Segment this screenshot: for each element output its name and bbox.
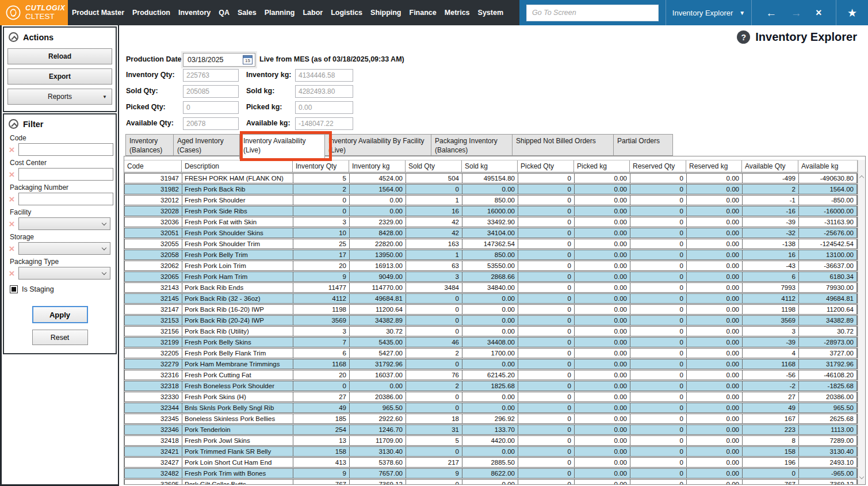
table-row[interactable]: 32145Pork Back Rib (32 - 36oz)411249684.… <box>124 293 858 304</box>
scroll-down-icon[interactable] <box>859 474 864 479</box>
table-row[interactable]: 32012Fresh Pork Shoulder00.001850.0000.0… <box>124 195 858 205</box>
col-header-inventory-qty[interactable]: Inventory Qty <box>293 160 349 172</box>
nav-forward-icon[interactable]: → <box>791 7 802 18</box>
table-row[interactable]: 32279Pork Ham Membrane Trimmings11683179… <box>124 359 858 369</box>
table-row[interactable]: 32316Fresh Pork Cutting Fat2016037.00766… <box>124 370 858 380</box>
tab-shipped-not-billed-orders[interactable]: Shipped Not Billed Orders <box>512 134 614 156</box>
menu-item-planning[interactable]: Planning <box>261 9 299 17</box>
menu-item-sales[interactable]: Sales <box>234 9 261 17</box>
help-icon[interactable]: ? <box>737 30 750 44</box>
clear-packaging-type-icon[interactable]: × <box>7 269 17 278</box>
is-staging-checkbox[interactable] <box>10 285 18 293</box>
storage-select[interactable] <box>18 242 110 255</box>
collapse-chevron-icon[interactable] <box>9 119 18 129</box>
table-row[interactable]: 31947FRESH PORK HAM (FLANK ON)54524.0050… <box>124 173 858 183</box>
table-row[interactable]: 32418Fresh Pork Jowl Skins1311709.005442… <box>124 435 858 446</box>
table-row[interactable]: 32482Fresh Pork Trim with Bones97657.009… <box>124 468 858 479</box>
tab-inventory-balances[interactable]: Inventory (Balances) <box>125 134 174 156</box>
table-row[interactable]: 32421Pork Trimmed Flank SR Belly1583130.… <box>124 446 858 457</box>
clear-code-icon[interactable]: × <box>7 145 17 155</box>
menu-item-logistics[interactable]: Logistics <box>327 9 366 17</box>
clear-cost-center-icon[interactable]: × <box>7 170 17 179</box>
tab-bar: Inventory (Balances)Aged Inventory (Case… <box>125 134 673 159</box>
reload-button[interactable]: Reload <box>7 48 112 64</box>
reset-button[interactable]: Reset <box>32 330 88 345</box>
clear-packaging-number-icon[interactable]: × <box>7 194 17 204</box>
table-row[interactable]: 32156Pork Back Rib (Utility)330.7200.000… <box>124 326 858 336</box>
packaging-type-select[interactable] <box>18 267 110 280</box>
calendar-icon[interactable]: 15 <box>243 55 253 64</box>
col-header-sold-kg[interactable]: Sold kg <box>462 160 518 172</box>
clear-facility-icon[interactable]: × <box>7 219 17 229</box>
packaging-number-input[interactable] <box>18 193 113 205</box>
menu-item-qa[interactable]: QA <box>215 9 234 17</box>
table-row[interactable]: 32344Bnls Sknls Pork Belly Sngl Rib49965… <box>124 403 858 413</box>
export-button[interactable]: Export <box>7 68 112 85</box>
table-row[interactable]: 32345Boneless Skinless Pork Bellies18529… <box>124 414 858 424</box>
table-row[interactable]: 32055Fresh Pork Shoulder Trim2522820.001… <box>124 239 858 249</box>
tab-inventory-availability-by-facility-live[interactable]: Inventory Availability By Facility (Live… <box>324 134 431 156</box>
table-row[interactable]: 32318Fresh Boneless Pork Shoulder00.0021… <box>124 381 858 391</box>
tab-partial-orders[interactable]: Partial Orders <box>613 134 673 156</box>
col-header-picked-kg[interactable]: Picked kg <box>574 160 630 172</box>
screen-selector-dropdown[interactable]: Inventory Explorer ▼ <box>666 0 751 25</box>
actions-panel-header[interactable]: Actions <box>4 28 116 44</box>
menu-item-inventory[interactable]: Inventory <box>174 9 215 17</box>
tab-packaging-inventory-balances[interactable]: Packaging Inventory (Balances) <box>431 134 513 156</box>
col-header-reserved-kg[interactable]: Reserved kg <box>686 160 742 172</box>
col-header-inventory-kg[interactable]: Inventory kg <box>349 160 406 172</box>
favorite-icon[interactable]: ★ <box>836 0 868 25</box>
apply-button[interactable]: Apply <box>32 306 88 323</box>
menu-item-production[interactable]: Production <box>128 9 174 17</box>
is-staging-label: Is Staging <box>22 285 54 293</box>
table-row[interactable]: 32205Fresh Pork Belly Flank Trim65427.00… <box>124 348 858 358</box>
menu-item-product-master[interactable]: Product Master <box>68 9 128 17</box>
col-header-available-qty[interactable]: Available Qty <box>742 160 798 172</box>
tab-aged-inventory-cases[interactable]: Aged Inventory (Cases) <box>173 134 240 156</box>
table-row[interactable]: 32036Fresh Pork Fat with Skin32329.00423… <box>124 217 858 227</box>
table-row[interactable]: 31982Fresh Pork Back Rib21564.0000.0000.… <box>124 184 858 194</box>
col-header-reserved-qty[interactable]: Reserved Qty <box>630 160 686 172</box>
table-row[interactable]: 32199Fresh Pork Belly Skins75435.0046344… <box>124 337 858 347</box>
goto-screen-input[interactable] <box>526 5 659 21</box>
table-row[interactable]: 32147Pork Back Rib (16-20) IWP119811200.… <box>124 304 858 315</box>
col-header-picked-qty[interactable]: Picked Qty <box>518 160 574 172</box>
available-qty-label: Available Qty: <box>126 119 174 127</box>
table-row[interactable]: 32143Pork Back Rib Ends11477114770.00348… <box>124 282 858 293</box>
scroll-up-icon[interactable] <box>859 175 864 180</box>
menu-item-finance[interactable]: Finance <box>406 9 441 17</box>
table-row[interactable]: 32058Fresh Pork Belly Trim1713950.001850… <box>124 250 858 260</box>
code-input[interactable] <box>18 143 113 156</box>
clear-storage-icon[interactable]: × <box>7 244 17 254</box>
table-row[interactable]: 32065Fresh Pork Ham Trim99049.0032868.66… <box>124 271 858 282</box>
cost-center-input[interactable] <box>18 168 113 181</box>
nav-back-icon[interactable]: ← <box>766 7 777 18</box>
table-row[interactable]: 32346Pork Tenderloin2541246.7031133.7000… <box>124 424 858 435</box>
reports-dropdown-button[interactable]: Reports▼ <box>7 89 112 105</box>
table-row[interactable]: 32028Fresh Pork Side Ribs00.001616000.00… <box>124 206 858 216</box>
menu-item-shipping[interactable]: Shipping <box>366 9 405 17</box>
table-row[interactable]: 32153Pork Back Rib (20-24) IWP356934382.… <box>124 315 858 326</box>
table-row[interactable]: 32605Pork Gilt Collar Butts7677369.1200.… <box>124 479 858 484</box>
col-header-description[interactable]: Description <box>182 160 293 172</box>
code-label: Code <box>10 134 116 142</box>
production-date-input[interactable]: 03/18/2025 15 <box>183 53 255 67</box>
table-row[interactable]: 32330Fresh Pork Skins (H)2720386.0000.00… <box>124 392 858 402</box>
table-row[interactable]: 32062Fresh Pork Loin Trim2016913.0063535… <box>124 261 858 271</box>
actions-panel-title: Actions <box>23 33 53 42</box>
vertical-scrollbar[interactable] <box>858 160 865 484</box>
facility-select[interactable] <box>18 217 110 230</box>
table-row[interactable]: 32051Fresh Pork Shoulder Skins108428.004… <box>124 228 858 238</box>
cutlogix-logo-icon <box>4 3 22 22</box>
col-header-available-kg[interactable]: Available kg <box>798 160 858 172</box>
menu-item-labor[interactable]: Labor <box>299 9 327 17</box>
filter-panel-header[interactable]: Filter <box>4 114 116 131</box>
close-screen-icon[interactable]: × <box>816 7 822 18</box>
menu-item-metrics[interactable]: Metrics <box>441 9 474 17</box>
tab-inventory-availability-live[interactable]: Inventory Availability (Live) <box>239 134 325 159</box>
collapse-chevron-icon[interactable] <box>9 32 18 42</box>
col-header-code[interactable]: Code <box>124 160 182 172</box>
col-header-sold-qty[interactable]: Sold Qty <box>406 160 462 172</box>
menu-item-system[interactable]: System <box>474 9 507 17</box>
table-row[interactable]: 32427Pork Loin Short Cut Ham End4135378.… <box>124 457 858 468</box>
